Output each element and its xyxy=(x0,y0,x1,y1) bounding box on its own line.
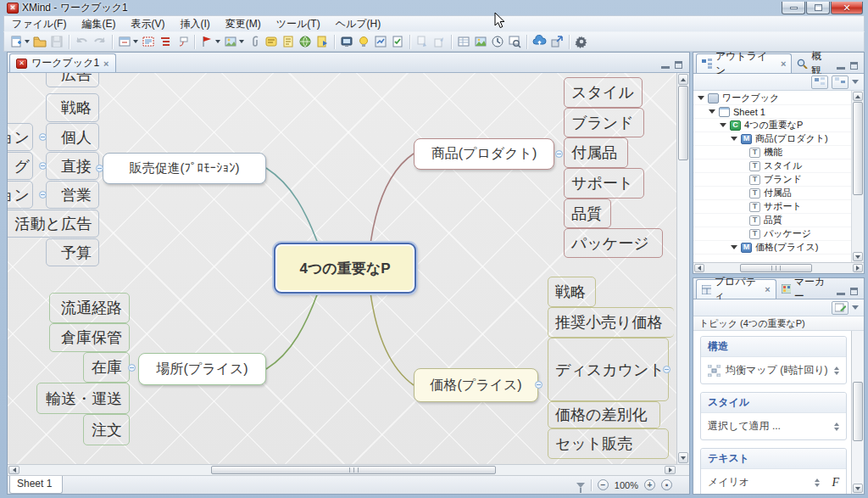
new-workbook-button[interactable] xyxy=(8,33,31,50)
view-minimize-icon[interactable] xyxy=(837,67,845,70)
structure-value[interactable]: 均衡マップ (時計回り) xyxy=(726,363,827,378)
import-button[interactable] xyxy=(414,33,431,50)
tree-item[interactable]: Tスタイル xyxy=(693,159,864,173)
properties-vertical-scrollbar[interactable] xyxy=(851,331,864,494)
topic-price[interactable]: 価格(プライス) xyxy=(414,368,538,402)
sheet-tab[interactable]: Sheet 1 xyxy=(9,476,63,494)
topic-product[interactable]: 商品(プロダクト) xyxy=(414,138,554,170)
maximize-button[interactable] xyxy=(806,2,830,14)
tab-properties[interactable]: プロパティ × xyxy=(696,279,776,299)
slideshow-button[interactable] xyxy=(472,33,489,50)
mindmap-canvas[interactable]: 4つの重要なP 販売促進(ﾌﾟﾛﾓｰｼｮﾝ) 商品(プロダクト) 場所(プライス… xyxy=(8,73,689,464)
central-topic[interactable]: 4つの重要なP xyxy=(274,243,416,294)
timer-button[interactable] xyxy=(489,33,506,50)
scroll-up-icon[interactable] xyxy=(853,92,863,101)
subtopic-clipped[interactable]: ョン xyxy=(8,181,33,209)
menu-insert[interactable]: 挿入(I) xyxy=(172,16,217,32)
style-value[interactable]: 選択して適用 ... xyxy=(708,419,781,434)
export-button[interactable] xyxy=(431,33,448,50)
audio-note-button[interactable] xyxy=(314,33,331,50)
collapse-indicator[interactable] xyxy=(39,133,47,141)
spreadsheet-button[interactable] xyxy=(455,33,472,50)
insert-topic-button[interactable] xyxy=(140,33,157,50)
open-button[interactable] xyxy=(31,33,48,50)
tree-item-product[interactable]: M商品(プロダクト) xyxy=(693,132,864,146)
menu-modify[interactable]: 変更(M) xyxy=(218,16,269,32)
subtopic[interactable]: サポート xyxy=(564,168,644,199)
scroll-up-icon[interactable] xyxy=(678,74,688,85)
extract-style-icon[interactable] xyxy=(832,301,849,315)
presentation-button[interactable] xyxy=(338,33,355,50)
upload-share-button[interactable] xyxy=(531,33,548,50)
subtopic[interactable]: ブランド xyxy=(564,108,644,137)
subtopic[interactable]: 倉庫保管 xyxy=(49,323,130,352)
zoom-out-icon[interactable]: − xyxy=(598,479,609,490)
tree-item[interactable]: T品質 xyxy=(693,214,864,227)
subtopic[interactable]: 注文 xyxy=(83,414,130,445)
scrollbar-thumb[interactable] xyxy=(853,102,863,195)
zoom-in-icon[interactable]: + xyxy=(644,479,655,490)
tree-item-workbook[interactable]: ワークブック xyxy=(693,92,864,105)
legend-button[interactable] xyxy=(263,33,280,50)
scroll-down-icon[interactable] xyxy=(678,452,688,463)
menu-view[interactable]: 表示(V) xyxy=(123,16,172,32)
tree-item-sheet1[interactable]: Sheet 1 xyxy=(693,105,864,119)
subtopic[interactable]: 戦略 xyxy=(548,277,596,307)
drill-down-button[interactable] xyxy=(372,33,389,50)
subtopic[interactable]: 在庫 xyxy=(83,352,130,383)
collapse-indicator[interactable] xyxy=(535,381,542,389)
subtopic[interactable]: 流通経路 xyxy=(49,293,130,323)
tab-workbook1[interactable]: ✕ ワークブック1 × xyxy=(9,53,116,72)
outline-vertical-scrollbar[interactable] xyxy=(851,91,864,262)
style-spinner[interactable] xyxy=(834,422,839,431)
subtopic[interactable]: 直接 xyxy=(46,152,99,180)
collapse-indicator[interactable] xyxy=(663,366,670,373)
settings-gear-icon[interactable] xyxy=(573,33,590,50)
subtopic[interactable]: 広告 xyxy=(46,73,99,87)
scroll-left-icon[interactable] xyxy=(8,466,19,474)
collapse-indicator[interactable] xyxy=(39,162,47,170)
editor-maximize-icon[interactable] xyxy=(675,61,682,69)
image-button[interactable] xyxy=(222,33,246,50)
scroll-left-icon[interactable] xyxy=(694,264,704,272)
attachment-button[interactable] xyxy=(246,33,263,50)
menu-file[interactable]: ファイル(F) xyxy=(4,16,74,32)
tree-item[interactable]: Tブランド xyxy=(693,173,864,187)
tree-item-central[interactable]: C4つの重要なP xyxy=(693,119,864,132)
menu-edit[interactable]: 編集(E) xyxy=(74,16,123,32)
subtopic[interactable]: 個人 xyxy=(46,123,99,151)
scroll-down-icon[interactable] xyxy=(853,252,863,261)
subtopic[interactable]: スタイル xyxy=(564,77,643,108)
subtopic[interactable]: 価格の差別化 xyxy=(548,401,660,428)
view-maximize-icon[interactable] xyxy=(850,288,858,295)
font-family-value[interactable]: メイリオ xyxy=(708,475,749,490)
collapse-indicator[interactable] xyxy=(39,191,47,199)
topic-promotion[interactable]: 販売促進(ﾌﾟﾛﾓｰｼｮﾝ) xyxy=(103,153,266,184)
canvas-horizontal-scrollbar[interactable] xyxy=(8,464,689,475)
new-sheet-button[interactable] xyxy=(116,33,140,50)
view-maximize-icon[interactable] xyxy=(850,62,858,70)
subtopic-clipped[interactable]: グ xyxy=(8,152,33,180)
topic-place[interactable]: 場所(プライス) xyxy=(138,353,266,385)
subtopic[interactable]: 付属品 xyxy=(564,137,628,168)
hyperlink-button[interactable] xyxy=(297,33,314,50)
scroll-right-icon[interactable] xyxy=(853,264,863,272)
canvas-vertical-scrollbar[interactable] xyxy=(676,73,689,464)
filter-icon[interactable] xyxy=(576,483,585,488)
editor-minimize-icon[interactable] xyxy=(661,66,670,69)
tree-item[interactable]: T付属品 xyxy=(693,187,864,200)
insert-subtopic-button[interactable] xyxy=(157,33,174,50)
close-button[interactable]: ✕ xyxy=(831,2,863,14)
subtopic[interactable]: セット販売 xyxy=(548,428,669,459)
tree-item[interactable]: Tサポート xyxy=(693,200,864,214)
outline-horizontal-scrollbar[interactable] xyxy=(693,262,864,273)
subtopic[interactable]: パッケージ xyxy=(564,228,663,258)
subtopic[interactable]: 輸送・運送 xyxy=(36,383,130,414)
view-menu-icon[interactable] xyxy=(852,305,859,310)
menu-tools[interactable]: ツール(T) xyxy=(269,16,328,32)
font-dialog-button[interactable]: F xyxy=(832,476,839,490)
tab-overview[interactable]: 概観 xyxy=(792,53,837,73)
task-info-button[interactable] xyxy=(389,33,406,50)
subtopic[interactable]: 品質 xyxy=(564,199,611,228)
subtopic[interactable]: 活動と広告 xyxy=(8,210,99,238)
